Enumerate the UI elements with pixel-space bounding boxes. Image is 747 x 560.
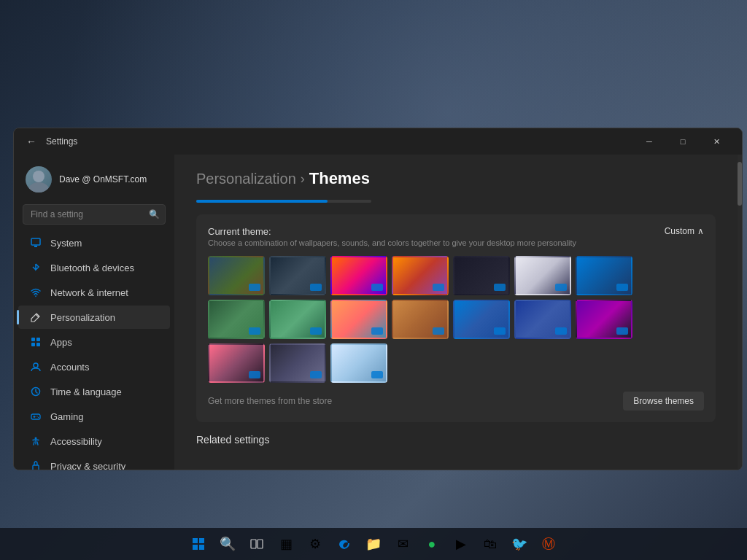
theme-tile-11[interactable] [392,300,449,339]
theme-tile-13[interactable] [514,300,571,339]
sidebar-item-accessibility[interactable]: Accessibility [18,429,170,453]
privacy-icon [30,460,42,470]
time-icon [30,386,42,397]
sidebar: Dave @ OnMSFT.com 🔍 System Bluetooth & d… [14,155,174,470]
taskbar-store[interactable]: 🛍 [477,531,503,557]
theme-tile-8[interactable] [208,300,265,339]
taskbar-taskview[interactable] [244,531,270,557]
bluetooth-icon [30,262,42,273]
svg-rect-6 [36,338,40,341]
theme-tile-16[interactable] [269,343,326,383]
taskbar-explorer[interactable]: 📁 [360,531,387,557]
theme-description: Choose a combination of wallpapers, soun… [208,238,576,247]
breadcrumb-current: Themes [309,169,370,188]
theme-tile-17[interactable] [330,343,387,383]
taskbar-mail[interactable]: ✉ [390,531,416,557]
store-text: Get more themes from the store [208,396,332,406]
sidebar-item-privacy[interactable]: Privacy & security [18,454,170,470]
taskbar-twitter[interactable]: 🐦 [506,531,533,557]
taskbar-settings[interactable]: ⚙ [302,531,328,557]
theme-tile-9[interactable] [269,300,326,339]
sidebar-label-apps: Apps [50,337,72,348]
taskbar-ms365[interactable]: Ⓜ [535,531,562,557]
svg-point-1 [28,182,49,192]
sidebar-label-accounts: Accounts [50,362,89,373]
theme-tile-2[interactable] [269,256,326,295]
close-button[interactable]: ✕ [700,130,733,153]
svg-rect-8 [36,343,40,346]
sidebar-item-apps[interactable]: Apps [18,330,170,354]
theme-tile-4[interactable] [392,256,449,295]
taskbar-edge[interactable] [331,531,357,557]
minimize-button[interactable]: ─ [632,130,666,153]
svg-point-15 [38,417,39,418]
current-theme-label[interactable]: Custom ∧ [665,226,704,236]
content-scrollbar-thumb [738,162,742,206]
expand-icon: ∧ [697,226,704,236]
avatar [26,166,52,192]
sidebar-item-personalization[interactable]: Personalization [18,306,170,329]
svg-rect-22 [199,545,204,550]
current-theme-value: Custom [665,226,694,236]
theme-tile-12[interactable] [453,300,510,339]
window-controls: ─ □ ✕ [632,130,733,153]
taskbar-widgets[interactable]: ▦ [273,531,299,557]
taskbar-search[interactable]: 🔍 [214,531,241,557]
sidebar-item-system[interactable]: System [18,231,170,254]
search-icon: 🔍 [149,209,160,219]
svg-rect-21 [193,545,198,550]
system-icon [30,237,42,249]
sidebar-label-gaming: Gaming [50,411,84,422]
theme-tile-6[interactable] [514,256,571,295]
main-content: Dave @ OnMSFT.com 🔍 System Bluetooth & d… [14,155,742,470]
theme-tile-14[interactable] [576,300,632,339]
sidebar-label-personalization: Personalization [50,312,115,323]
content-panel: Personalization › Themes Current theme: … [174,155,738,470]
title-bar-left: ← Settings [23,133,77,150]
sidebar-item-bluetooth[interactable]: Bluetooth & devices [18,256,170,279]
theme-tile-3[interactable] [330,256,387,295]
svg-point-9 [34,363,38,368]
accessibility-icon [30,435,42,447]
sidebar-item-gaming[interactable]: Gaming [18,405,170,428]
theme-tile-5[interactable] [453,256,510,295]
sidebar-item-accounts[interactable]: Accounts [18,355,170,378]
apps-icon [30,336,42,348]
progress-bar [196,200,371,203]
svg-rect-19 [193,538,198,543]
breadcrumb-parent[interactable]: Personalization [196,171,296,187]
theme-header: Current theme: Choose a combination of w… [208,226,704,247]
sidebar-label-accessibility: Accessibility [50,436,102,447]
content-scrollbar[interactable] [738,155,742,470]
theme-row-2 [208,300,704,339]
back-button[interactable]: ← [23,133,40,150]
theme-tile-15[interactable] [208,343,265,383]
user-profile[interactable]: Dave @ OnMSFT.com [14,160,174,204]
theme-tile-7[interactable] [576,256,632,295]
sidebar-label-system: System [50,238,82,249]
theme-tile-10[interactable] [330,300,387,339]
browse-themes-button[interactable]: Browse themes [623,392,704,411]
sidebar-label-bluetooth: Bluetooth & devices [50,262,134,273]
svg-point-0 [33,171,44,182]
svg-rect-11 [31,414,40,419]
sidebar-item-time[interactable]: Time & language [18,380,170,403]
taskbar-media[interactable]: ▶ [448,531,474,557]
svg-rect-7 [31,343,35,346]
store-row: Get more themes from the store Browse th… [208,392,704,411]
settings-window: ← Settings ─ □ ✕ Dave @ OnMSFT.com [13,128,743,470]
svg-rect-3 [34,246,37,247]
maximize-button[interactable]: □ [666,130,700,153]
taskbar-start[interactable] [185,531,212,557]
search-box: 🔍 [23,204,166,225]
svg-rect-20 [199,538,204,543]
personalization-icon [30,311,42,323]
search-input[interactable] [23,204,166,225]
taskbar: 🔍 ▦ ⚙ 📁 ✉ ● ▶ 🛍 🐦 Ⓜ [0,528,747,560]
progress-bar-fill [196,200,328,203]
sidebar-item-network[interactable]: Network & internet [18,281,170,304]
theme-info: Current theme: Choose a combination of w… [208,226,576,247]
theme-tile-1[interactable] [208,256,265,295]
taskbar-spotify[interactable]: ● [419,531,445,557]
breadcrumb-arrow: › [301,171,305,187]
